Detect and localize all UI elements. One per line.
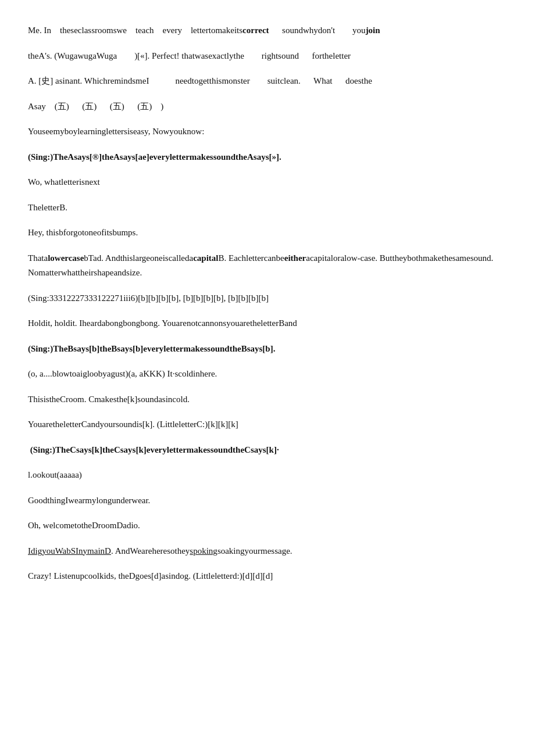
paragraph-2: theA's. (WugawugaWuga )[«]. Perfect! tha… <box>28 49 507 64</box>
sing-text-3: (Sing:)TheCsays[k]theCsays[k]everyletter… <box>28 445 279 454</box>
word-teach: teach <box>135 26 154 35</box>
sing-line-2: (Sing:)TheBsays[b]theBsays[b]everyletter… <box>28 342 507 357</box>
paragraph-11: Holdit, holdit. Iheardabongbongbong. You… <box>28 316 507 331</box>
paragraph-12: (o, a....blowtoaigloobyagust)(a, aKKK) I… <box>28 367 507 382</box>
word-correct: correct <box>242 26 269 35</box>
sing-text-1: (Sing:)TheAsays[®]theAsays[ae]everylette… <box>28 152 281 162</box>
paragraph-17: Oh, welcometotheDroomDadio. <box>28 518 507 533</box>
paragraph-16: GoodthingIwearmylongunderwear. <box>28 493 507 508</box>
word-either: either <box>284 253 306 263</box>
paragraph-7: TheletterB. <box>28 200 507 216</box>
word-thea: theA' <box>28 51 47 60</box>
paragraph-18: IdigyouWabSInymainD. AndWeareheresotheys… <box>28 544 507 559</box>
sing-text-2: (Sing:)TheBsays[b]theBsays[b]everyletter… <box>28 344 275 353</box>
paragraph-8: Hey, thisbforgotoneofitsbumps. <box>28 225 507 241</box>
paragraph-14: YouaretheletterCandyoursoundis[k]. (Litt… <box>28 417 507 432</box>
word-spoking: spoking <box>190 546 217 556</box>
word-join: join <box>366 26 380 35</box>
word-lowercase: lowercase <box>48 253 84 263</box>
paragraph-6: Wo, whatletterisnext <box>28 175 507 190</box>
paragraph-19: Crazy! Listenupcoolkids, theDgoes[d]asin… <box>28 569 507 584</box>
paragraph-9: ThatalowercasebTad. Andthislargeoneiscal… <box>28 251 507 281</box>
paragraph-4: Asay (五) (五) (五) (五) ) <box>28 99 507 114</box>
paragraph-10: (Sing:33312227333122271iii6)[b][b][b][b]… <box>28 291 507 306</box>
word-idigyou: IdigyouWabSInymainD <box>28 546 111 556</box>
sing-line-1: (Sing:)TheAsays[®]theAsays[ae]everylette… <box>28 150 507 165</box>
main-content: Me. In theseclassroomswe teach every let… <box>28 23 507 584</box>
paragraph-3: A. [史] asinant. WhichremindsmeI needtoge… <box>28 74 507 89</box>
paragraph-1: Me. In theseclassroomswe teach every let… <box>28 23 507 38</box>
paragraph-5: Youseemyboylearninglettersiseasy, Nowyou… <box>28 124 507 139</box>
paragraph-13: ThisistheCroom. Cmakesthe[k]soundasincol… <box>28 392 507 407</box>
word-capital: capital <box>193 253 218 263</box>
sing-line-3: (Sing:)TheCsays[k]theCsays[k]everyletter… <box>28 443 507 458</box>
paragraph-15: l.ookout(aaaaa) <box>28 468 507 483</box>
